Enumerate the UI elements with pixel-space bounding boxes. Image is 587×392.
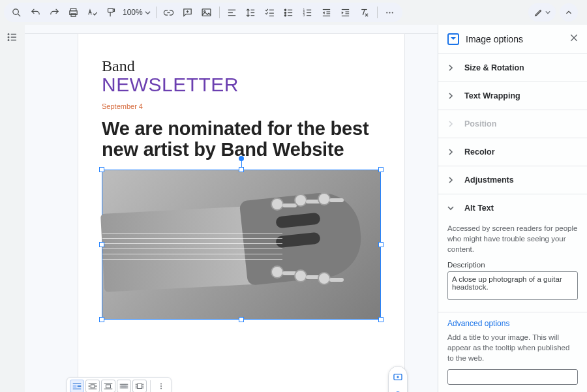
- recolor-section[interactable]: Recolor: [438, 138, 587, 166]
- section-label: Position: [464, 119, 496, 128]
- redo-button[interactable]: [46, 4, 63, 21]
- svg-rect-8: [202, 8, 211, 16]
- svg-point-46: [8, 34, 9, 35]
- svg-line-40: [363, 9, 365, 15]
- hide-menus-button[interactable]: [560, 3, 578, 22]
- advanced-options-link[interactable]: Advanced options: [447, 319, 578, 328]
- separator: [150, 380, 151, 392]
- zoom-dropdown[interactable]: 100%: [121, 8, 152, 17]
- inline-option[interactable]: [70, 380, 84, 392]
- break-text-option[interactable]: [101, 380, 115, 392]
- document-page[interactable]: Band NEWSLETTER September 4 We are nomin…: [78, 34, 404, 392]
- resize-handle-bm[interactable]: [239, 317, 244, 322]
- resize-handle-bl[interactable]: [99, 317, 104, 322]
- image-options-icon: [447, 33, 459, 45]
- panel-title: Image options: [466, 34, 562, 44]
- advanced-help: Add a title to your image. This will app…: [447, 332, 578, 363]
- selected-image[interactable]: [102, 170, 381, 320]
- separator: [219, 7, 220, 18]
- paint-format-button[interactable]: [102, 4, 119, 21]
- svg-point-48: [8, 40, 9, 41]
- undo-button[interactable]: [27, 4, 44, 21]
- svg-rect-5: [108, 8, 113, 12]
- left-gutter: [0, 25, 25, 392]
- svg-rect-65: [91, 385, 95, 388]
- add-comment-icon[interactable]: [391, 370, 405, 385]
- print-button[interactable]: [65, 4, 82, 21]
- svg-point-45: [392, 12, 393, 13]
- increase-indent-button[interactable]: [337, 4, 354, 21]
- section-label: Adjustments: [464, 175, 514, 185]
- wrap-text-option[interactable]: [85, 380, 100, 392]
- document-canvas[interactable]: Band NEWSLETTER September 4 We are nomin…: [25, 25, 438, 392]
- description-textarea[interactable]: [447, 271, 578, 300]
- horizontal-ruler[interactable]: [25, 25, 438, 34]
- add-comment-button[interactable]: [179, 4, 196, 21]
- resize-handle-tl[interactable]: [99, 167, 104, 172]
- chevron-right-icon: [447, 174, 457, 186]
- close-panel-button[interactable]: [569, 33, 579, 46]
- in-front-option[interactable]: [132, 380, 147, 392]
- resize-handle-tr[interactable]: [378, 167, 384, 172]
- resize-handle-ml[interactable]: [99, 242, 104, 247]
- checklist-button[interactable]: [262, 4, 278, 21]
- chevron-right-icon: [447, 62, 457, 74]
- resize-handle-tm[interactable]: [239, 167, 244, 172]
- align-dropdown[interactable]: [224, 4, 241, 21]
- chevron-right-icon: [447, 118, 457, 130]
- position-section: Position: [438, 110, 587, 138]
- section-label: Recolor: [464, 147, 495, 157]
- svg-point-19: [285, 9, 286, 10]
- insert-image-button[interactable]: [198, 4, 215, 21]
- svg-point-21: [285, 14, 286, 16]
- alt-text-help: Accessed by screen readers for people wh…: [447, 223, 578, 254]
- svg-rect-4: [70, 13, 75, 16]
- section-label: Text Wrapping: [464, 91, 520, 100]
- alt-text-section[interactable]: Alt Text: [438, 194, 587, 222]
- more-tools-button[interactable]: [382, 4, 399, 21]
- resize-handle-br[interactable]: [378, 317, 384, 322]
- description-label: Description: [447, 261, 578, 269]
- chevron-down-icon: [447, 202, 457, 214]
- behind-text-option[interactable]: [117, 380, 131, 392]
- svg-text:3: 3: [303, 14, 305, 17]
- chevron-right-icon: [447, 90, 457, 102]
- band-label[interactable]: Band: [102, 57, 381, 75]
- image-options-panel: Image options Size & Rotation Text Wrapp…: [438, 25, 587, 392]
- rotate-handle[interactable]: [239, 156, 244, 161]
- svg-point-43: [386, 12, 387, 13]
- decrease-indent-button[interactable]: [318, 4, 335, 21]
- document-outline-button[interactable]: [7, 31, 18, 392]
- clear-formatting-button[interactable]: [356, 4, 373, 21]
- numbered-list-button[interactable]: 123: [299, 4, 316, 21]
- separator: [377, 7, 378, 18]
- search-tools-button[interactable]: [8, 4, 25, 21]
- image-position-toolbar: [67, 377, 172, 392]
- editing-mode-dropdown[interactable]: [528, 3, 556, 22]
- spellcheck-button[interactable]: [83, 4, 100, 21]
- svg-point-44: [389, 12, 391, 13]
- chevron-right-icon: [447, 146, 457, 158]
- toolbar-pill: 100% 123: [4, 3, 402, 22]
- emoji-reaction-icon[interactable]: [391, 389, 405, 392]
- bulleted-list-button[interactable]: [280, 4, 297, 21]
- title-input[interactable]: [447, 369, 578, 385]
- line-spacing-button[interactable]: [243, 4, 260, 21]
- adjustments-section[interactable]: Adjustments: [438, 166, 587, 194]
- resize-handle-mr[interactable]: [378, 242, 384, 247]
- issue-date[interactable]: September 4: [102, 102, 381, 110]
- svg-line-1: [18, 14, 20, 16]
- section-label: Alt Text: [464, 204, 494, 213]
- size-rotation-section[interactable]: Size & Rotation: [438, 54, 587, 82]
- headline-text[interactable]: We are nominated for the best new artist…: [102, 118, 381, 160]
- newsletter-title[interactable]: NEWSLETTER: [102, 74, 381, 96]
- image-placeholder: [102, 170, 380, 319]
- svg-rect-81: [138, 384, 142, 389]
- text-wrapping-section[interactable]: Text Wrapping: [438, 82, 587, 110]
- insert-link-button[interactable]: [160, 4, 177, 21]
- image-more-options[interactable]: [154, 380, 168, 392]
- svg-point-47: [8, 37, 9, 38]
- svg-point-0: [12, 8, 18, 14]
- separator: [156, 7, 157, 18]
- main-toolbar: 100% 123: [0, 0, 587, 25]
